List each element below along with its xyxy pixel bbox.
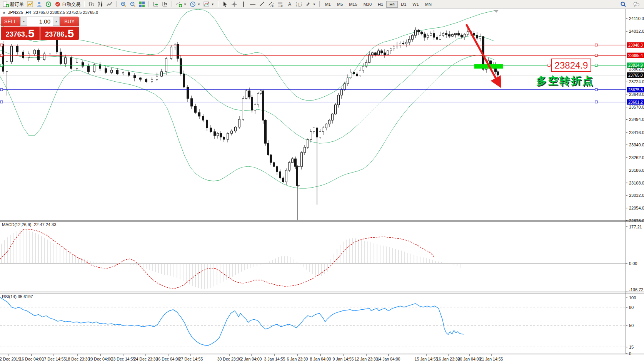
candle-body (270, 155, 272, 163)
hline-23675.8-badge-text: 23675.8 (628, 87, 643, 92)
candle-body (295, 159, 297, 166)
candle-body (449, 35, 450, 36)
candle-body (117, 70, 118, 74)
rsi-axis-label: 80 (629, 305, 634, 310)
candle-body (282, 178, 284, 182)
symbol-period-label: JPN225-,H4 (8, 10, 31, 15)
time-axis-label: 17 Dec 14:55 (42, 357, 66, 361)
volume-increase-button[interactable]: ▲ (53, 17, 60, 26)
callout-handle[interactable] (548, 64, 550, 66)
candle-body (65, 58, 67, 64)
candle-body (43, 54, 45, 60)
sell-price-main: 23763 (6, 29, 25, 39)
candle-body (11, 46, 13, 62)
hline-handle[interactable] (0, 89, 3, 91)
candle-body (322, 128, 324, 132)
hline-handle[interactable] (595, 89, 597, 91)
candle-body (273, 163, 275, 166)
buy-price-display[interactable]: 23786.5 (40, 27, 79, 40)
hline-23601.2-badge-text: 23601.2 (628, 100, 643, 104)
rsi-axis-label: 15 (629, 345, 634, 349)
collapse-panel-icon[interactable]: ▲ (2, 10, 6, 14)
time-axis-label: 26 Dec 04:00 (156, 357, 180, 361)
price-axis-label: 23416.0 (629, 130, 644, 135)
candle-body (347, 78, 349, 84)
candle-body (28, 54, 30, 58)
candle-body (424, 34, 426, 37)
candle-body (235, 127, 237, 131)
macd-axis-label: 177.21 (629, 225, 642, 229)
candle-body (362, 66, 364, 70)
candle-body (387, 51, 389, 55)
price-callout-box[interactable]: 23824.9 (551, 59, 591, 72)
sell-price-display[interactable]: 23763.5 (1, 27, 40, 40)
candle-body (421, 32, 423, 34)
candle-body (304, 147, 306, 153)
candle-body (445, 34, 447, 35)
chart-shift-marker[interactable] (494, 10, 499, 13)
candle-body (479, 37, 481, 38)
candle-body (310, 132, 312, 139)
candle-body (341, 89, 343, 95)
candle-body (313, 128, 315, 132)
rsi-line (0, 297, 464, 346)
hline-handle[interactable] (0, 101, 3, 103)
hline-handle[interactable] (0, 54, 3, 57)
time-axis-label: 14 Jan 04:00 (377, 357, 400, 361)
candle-body (191, 99, 193, 106)
price-axis-label: 23032.0 (629, 193, 644, 198)
time-axis-label: 20 Jan 04:00 (458, 357, 481, 361)
volume-decrease-button[interactable]: ▼ (20, 17, 27, 26)
candle-body (399, 43, 401, 45)
bollinger-middle-band (0, 35, 494, 143)
hline-handle[interactable] (595, 54, 597, 57)
candle-body (476, 35, 478, 38)
time-axis-label: 27 Dec 14:55 (179, 357, 203, 361)
candle-body (338, 95, 340, 105)
hline-handle[interactable] (0, 44, 3, 46)
candle-body (384, 53, 386, 55)
buy-button[interactable]: BUY (60, 17, 79, 26)
rsi-indicator-label: RSI(14) 35.6197 (2, 294, 33, 299)
candle-body (418, 30, 420, 32)
candle-body (187, 87, 189, 99)
annotation-text[interactable]: 多空转折点 (494, 74, 594, 88)
candle-body (195, 106, 197, 112)
hline-handle[interactable] (595, 44, 597, 46)
ohlc-values: 23765.0 23802.5 23752.5 23765.0 (33, 10, 98, 15)
candle-body (262, 91, 264, 120)
volume-input[interactable] (27, 17, 53, 26)
rsi-axis-label: 100 (629, 295, 636, 300)
time-axis-label: 16 Dec 04:00 (20, 357, 44, 361)
candle-body (22, 52, 24, 58)
sell-price-frac: .5 (25, 28, 35, 39)
candle-body (257, 93, 259, 105)
time-axis-label: 12 Dec 2019 (0, 357, 20, 361)
candle-body (82, 62, 84, 66)
candle-body (199, 112, 200, 116)
time-axis-label: 3 Jan 14:55 (264, 357, 285, 361)
sell-button[interactable]: SELL (1, 17, 20, 26)
candle-body (344, 84, 346, 89)
candle-body (332, 114, 334, 120)
price-axis-label: 23802.0 (629, 67, 644, 71)
time-axis-label: 6 Jan 23:30 (287, 357, 308, 361)
hline-handle[interactable] (0, 64, 3, 66)
time-axis-label: 20 Dec 04:00 (88, 357, 113, 361)
candle-body (464, 34, 466, 37)
time-axis-label: 15 Jan 14:55 (415, 357, 438, 361)
candle-body (88, 66, 90, 72)
candle-body (279, 172, 281, 178)
hline-handle[interactable] (595, 64, 597, 66)
candle-body (249, 91, 250, 97)
price-axis-label: 23340.0 (629, 143, 644, 147)
candle-body (2, 44, 4, 71)
hline-handle[interactable] (595, 101, 597, 103)
candle-body (140, 78, 142, 79)
candle-body (455, 34, 457, 35)
candle-body (38, 50, 40, 60)
candle-body (183, 74, 185, 87)
candle-body (34, 50, 36, 54)
candle-body (276, 166, 278, 172)
price-axis-label: 22954.0 (629, 206, 644, 210)
